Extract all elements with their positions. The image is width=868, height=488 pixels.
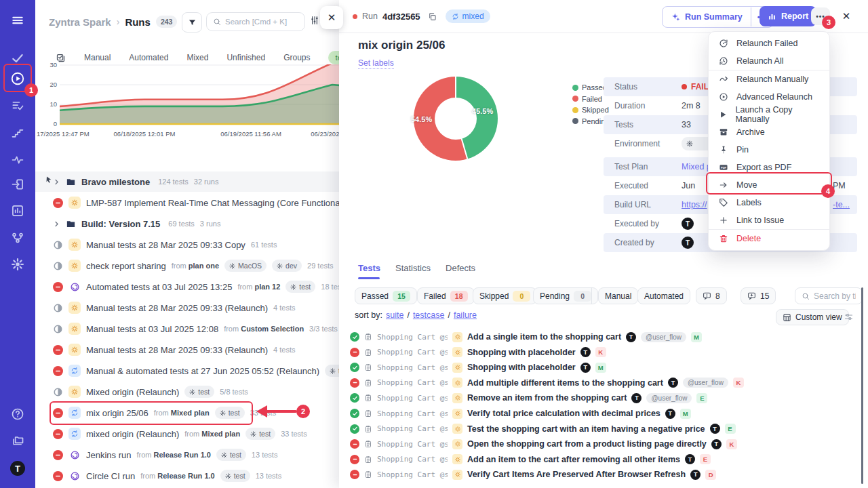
- breadcrumb-section[interactable]: Runs: [125, 16, 151, 28]
- caret-right-icon[interactable]: [53, 178, 60, 186]
- test-title[interactable]: Add a single item to the shopping cart: [467, 332, 621, 342]
- test-suite[interactable]: Shopping Cart @s...: [377, 394, 448, 403]
- test-title[interactable]: Remove an item from the shopping cart: [467, 393, 627, 403]
- folder-title[interactable]: Bravo milestone: [81, 177, 150, 187]
- sort-link-suite[interactable]: suite: [386, 310, 403, 320]
- runs-tab-automated[interactable]: Automated: [129, 53, 168, 62]
- app-logo-t[interactable]: T: [9, 460, 26, 476]
- tab-tests[interactable]: Tests: [358, 263, 380, 273]
- menu-item-relaunch-failed[interactable]: Relaunch Failed: [709, 35, 829, 52]
- breadcrumb-project[interactable]: Zyntra Spark: [49, 16, 111, 28]
- filter-skipped-button[interactable]: Skipped0: [473, 287, 537, 304]
- test-suite[interactable]: Shopping Cart @s...: [377, 378, 448, 387]
- assignee-avatar[interactable]: T: [690, 470, 701, 480]
- test-row[interactable]: Shopping Cart @s...Verify total price ca…: [350, 406, 854, 421]
- run-summary-button[interactable]: Run Summary •••: [662, 6, 774, 28]
- run-list-item[interactable]: LMP-587 Implement Real-Time Chat Messagi…: [35, 192, 339, 213]
- runs-tab-unfinished[interactable]: Unfinished: [226, 53, 265, 62]
- menu-item-pin[interactable]: Pin: [709, 141, 829, 159]
- test-row[interactable]: Shopping Cart @s...Shopping with placeho…: [350, 345, 854, 360]
- report-button[interactable]: Report: [760, 6, 816, 26]
- run-title[interactable]: Manual & automated tests at 27 Jun 2025 …: [86, 366, 319, 376]
- adjust-columns-icon[interactable]: [844, 312, 854, 322]
- panel-close-button[interactable]: ✕: [320, 6, 343, 29]
- test-suite[interactable]: Shopping Cart @s...: [377, 348, 448, 357]
- branch-icon[interactable]: [11, 231, 24, 245]
- runs-tab-mixed[interactable]: Mixed: [186, 53, 208, 62]
- test-title[interactable]: Verify Cart Items Are Preserved After Br…: [467, 470, 686, 479]
- run-list-item[interactable]: Jenkins runfrom Release Run 1.0test13 te…: [35, 445, 339, 465]
- assignee-avatar[interactable]: T: [711, 439, 722, 449]
- test-suite[interactable]: Shopping Cart @s...: [377, 333, 448, 342]
- test-suite[interactable]: Shopping Cart @s...: [377, 409, 448, 418]
- runs-tab-groups[interactable]: Groups: [283, 53, 310, 62]
- run-list-item[interactable]: mixed origin (Relaunch)from Mixed plante…: [35, 424, 339, 444]
- run-title[interactable]: Manual tests at 28 Mar 2025 09:33 (Relau…: [86, 303, 268, 313]
- run-list-item[interactable]: Circle CI runfrom Release Run 1.0test13 …: [35, 466, 339, 486]
- user-avatar[interactable]: T: [682, 237, 694, 249]
- info-value[interactable]: https://: [682, 200, 707, 209]
- sign-in-icon[interactable]: [11, 178, 24, 191]
- help-icon[interactable]: [11, 407, 24, 421]
- run-title[interactable]: Manual tests at 28 Mar 2025 09:33 (Relau…: [86, 345, 268, 355]
- run-title[interactable]: Circle CI run: [86, 471, 135, 481]
- tab-statistics[interactable]: Statistics: [395, 263, 431, 273]
- assignee-avatar[interactable]: T: [631, 393, 642, 403]
- runs-tab-manual[interactable]: Manual: [84, 53, 111, 62]
- run-list-item[interactable]: Manual tests at 03 Jul 2025 12:08from Cu…: [35, 319, 339, 339]
- menu-item-labels[interactable]: Labels: [709, 194, 829, 211]
- test-title[interactable]: Shopping with placeholder: [467, 363, 576, 372]
- run-list-item[interactable]: Manual tests at 28 Mar 2025 09:33 Copy61…: [35, 235, 339, 255]
- filter-comments-button[interactable]: 15: [741, 287, 776, 304]
- test-row[interactable]: Shopping Cart @s...Shopping with placeho…: [350, 360, 854, 375]
- test-suite[interactable]: Shopping Cart @s...: [377, 470, 448, 479]
- assignee-avatar[interactable]: T: [685, 454, 695, 464]
- run-list-item[interactable]: Manual tests at 28 Mar 2025 09:33 (Relau…: [35, 298, 339, 318]
- test-row[interactable]: Shopping Cart @s...Remove an item from t…: [350, 390, 854, 405]
- run-title[interactable]: Automated tests at 03 Jul 2025 13:25: [86, 282, 232, 292]
- steps-icon[interactable]: [11, 126, 24, 140]
- run-list-item[interactable]: Manual tests at 28 Mar 2025 09:33 (Relau…: [35, 340, 339, 360]
- menu-item-advanced-relaunch[interactable]: Advanced Relaunch: [709, 88, 829, 106]
- test-suite[interactable]: Shopping Cart @s...: [377, 424, 448, 433]
- filter-automated-button[interactable]: Automated: [637, 287, 690, 304]
- test-title[interactable]: Test the shopping cart with an item havi…: [467, 424, 705, 434]
- run-title[interactable]: check report sharing: [86, 261, 166, 271]
- test-row[interactable]: Shopping Cart @s...Verify Cart Items Are…: [350, 467, 854, 482]
- run-title[interactable]: Jenkins run: [86, 450, 131, 460]
- test-title[interactable]: Verify total price calculation with deci…: [467, 409, 660, 418]
- test-title[interactable]: Open the shopping cart from a product li…: [467, 439, 707, 449]
- test-title[interactable]: Add multiple different items to the shop…: [467, 378, 663, 388]
- pulse-icon[interactable]: [11, 153, 24, 167]
- test-row[interactable]: Shopping Cart @s...Add an item to the ca…: [350, 452, 854, 467]
- assignee-avatar[interactable]: T: [580, 347, 591, 357]
- menu-item-relaunch-manually[interactable]: Relaunch Manually: [709, 70, 829, 88]
- run-list-item[interactable]: check report sharingfrom plan oneMacOSde…: [35, 256, 339, 276]
- report-box-icon[interactable]: [11, 204, 24, 218]
- test-row[interactable]: Shopping Cart @s...Test the shopping car…: [350, 422, 854, 436]
- tab-defects[interactable]: Defects: [446, 263, 475, 273]
- sort-link-testcase[interactable]: testcase: [413, 310, 445, 320]
- assignee-avatar[interactable]: T: [710, 424, 720, 434]
- close-detail-button[interactable]: ✕: [839, 9, 854, 24]
- run-folder-row[interactable]: Bravo milestone124 tests32 runs: [35, 171, 339, 192]
- run-list-item[interactable]: Automated tests at 03 Jul 2025 13:25from…: [35, 277, 339, 297]
- runs-search-input[interactable]: Search [Cmd + K]: [206, 12, 305, 31]
- run-title[interactable]: mixed origin (Relaunch): [86, 429, 179, 439]
- tests-scrollbar[interactable]: [861, 287, 863, 484]
- assignee-avatar[interactable]: T: [580, 363, 591, 373]
- check-icon[interactable]: [11, 52, 24, 65]
- custom-view-button[interactable]: Custom view: [776, 309, 849, 325]
- menu-item-link-to-issue[interactable]: Link to Issue: [709, 211, 829, 229]
- run-list-item[interactable]: Manual & automated tests at 27 Jun 2025 …: [35, 361, 339, 381]
- assignee-avatar[interactable]: T: [665, 409, 675, 419]
- caret-right-icon[interactable]: [53, 220, 60, 228]
- projects-folder-icon[interactable]: [11, 434, 24, 447]
- view-settings-icon[interactable]: [309, 15, 320, 26]
- filter-passed-button[interactable]: Passed15: [355, 287, 417, 304]
- filter-failed-button[interactable]: Failed18: [417, 287, 475, 304]
- info-value-right[interactable]: -te...: [833, 200, 850, 209]
- test-title[interactable]: Shopping with placeholder: [467, 348, 576, 357]
- menu-item-delete[interactable]: Delete: [709, 230, 829, 247]
- test-title[interactable]: Add an item to the cart after removing a…: [467, 455, 680, 464]
